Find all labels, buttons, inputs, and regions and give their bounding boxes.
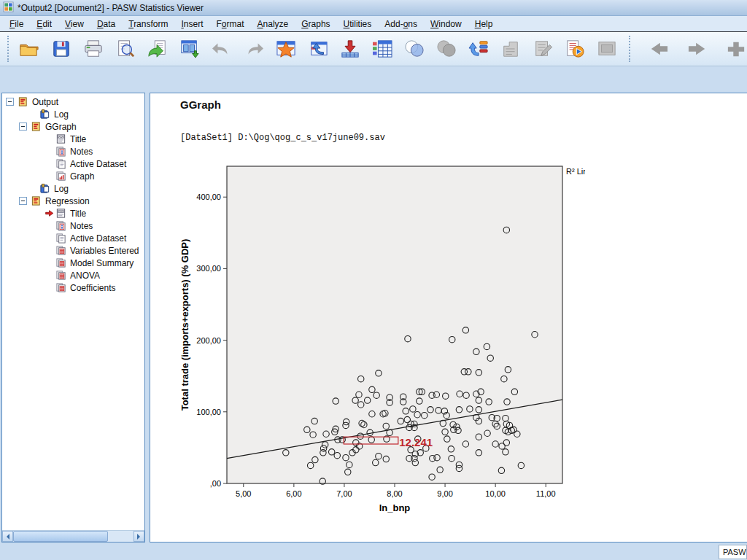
tree-item-coefficients[interactable]: Coefficients [2,281,144,294]
toolbar [0,32,747,66]
select-cases-icon [403,39,425,58]
toolbar-use-variable-sets-button[interactable] [337,35,363,63]
menu-utilities[interactable]: Utilities [337,17,379,31]
menu-window[interactable]: Window [424,17,468,31]
table-icon [55,282,67,293]
window-titlebar: *Output2 [Document2] - PASW Statistics V… [0,0,747,16]
tree-collapse-expander[interactable] [19,122,27,131]
menu-transform[interactable]: Transform [122,17,174,31]
scatter-chart[interactable]: 5,006,007,008,009,0010,0011,00,00100,002… [177,161,585,520]
menu-add-ons[interactable]: Add-ons [378,17,424,31]
outline-hscrollbar[interactable] [2,530,144,542]
tree-item-regression[interactable]: Regression [2,195,144,207]
menu-view[interactable]: View [58,17,90,31]
toolbar-goto-variable-button[interactable] [305,35,331,63]
tree-item-anova[interactable]: ANOVA [2,269,144,281]
toolbar-designate-window-button[interactable] [177,35,203,63]
menu-graphs[interactable]: Graphs [295,17,336,31]
tree-item-title[interactable]: Title [2,207,144,219]
x-tick-label: 6,00 [286,489,301,498]
current-item-arrow-icon [44,209,55,218]
scroll-right-button[interactable] [133,531,144,542]
scroll-thumb[interactable] [13,531,108,542]
menu-help[interactable]: Help [468,17,500,31]
tree-item-label: Title [70,134,86,144]
output-icon [31,121,42,132]
dataset-icon [55,158,67,169]
tree-item-output[interactable]: Output [2,96,144,108]
tree-item-variables-entered[interactable]: Variables Entered [2,244,144,257]
y-tick-label: 300,00 [196,264,221,273]
menu-file[interactable]: File [3,17,30,31]
table-icon [55,270,67,281]
print-icon [82,39,104,58]
outline-tree: OutputLogGGraphTitleNotesActive DatasetG… [2,96,144,294]
output-icon [18,96,29,107]
toolbar-recall-dialogs-button[interactable] [144,35,171,63]
output-icon [31,195,42,206]
tree-item-model-summary[interactable]: Model Summary [2,257,144,269]
tree-item-label: Variables Entered [70,246,139,256]
save-file-icon [50,39,72,58]
undo-icon [211,39,233,58]
tree-collapse-expander[interactable] [6,98,14,106]
goto-variable-icon [307,39,329,58]
tree-item-title[interactable]: Title [2,133,144,145]
toolbar-undo-button [209,35,235,63]
tree-item-graph[interactable]: Graph [2,170,144,182]
toolbar-run-script-button[interactable] [562,35,588,63]
tree-item-label: ANOVA [70,271,100,281]
menu-format[interactable]: Format [210,17,251,31]
left-arrow-icon [4,534,9,540]
use-variable-sets-icon [339,39,361,58]
scroll-left-button[interactable] [2,531,13,542]
tree-item-ggraph[interactable]: GGraph [2,120,144,133]
y-tick-label: 400,00 [196,192,221,201]
tree-item-notes[interactable]: Notes [2,219,144,232]
toolbar-grip[interactable] [7,36,9,62]
tree-item-log[interactable]: Log [2,182,144,195]
y-tick-label: ,00 [210,479,221,488]
tree-item-log[interactable]: Log [2,108,144,120]
split-file-icon [436,39,457,58]
log-icon [39,183,51,194]
plot-area [227,166,562,483]
tree-item-label: Log [54,184,69,194]
scroll-track[interactable] [108,531,133,542]
toolbar-nav-forward-button [684,35,711,63]
tree-item-notes[interactable]: Notes [2,145,144,158]
menu-data[interactable]: Data [90,17,122,31]
toolbar-print-preview-button[interactable] [112,35,139,63]
toolbar-nav-back-button [646,35,672,63]
y-axis-title: Total trade (imports+exports) (% GDP) [179,239,190,411]
x-tick-label: 9,00 [437,489,452,498]
insert-heading-icon [725,39,747,58]
tree-item-active-dataset[interactable]: Active Dataset [2,158,144,170]
toolbar-edit-output-button [530,35,556,63]
notes-icon [55,220,67,231]
x-axis-title: ln_bnp [379,502,411,513]
toolbar-find-button[interactable] [465,35,492,63]
title-icon [55,208,67,219]
toolbar-save-file-button[interactable] [48,35,74,63]
tree-item-active-dataset[interactable]: Active Dataset [2,232,144,244]
tree-collapse-expander[interactable] [19,197,27,205]
toolbar-redo-button [241,35,267,63]
x-tick-label: 5,00 [236,489,251,498]
toolbar-open-file-button[interactable] [16,35,42,63]
tree-item-label: Coefficients [70,283,115,293]
output-heading: GGraph [180,98,221,111]
status-bar-text: PASW [719,545,747,559]
toolbar-insert-cases-button [498,35,524,63]
menu-edit[interactable]: Edit [30,17,58,31]
dataset-icon [55,233,67,244]
tree-item-label: Output [32,97,58,107]
y-tick-label: 100,00 [196,408,221,416]
tree-item-label: Model Summary [70,258,133,268]
toolbar-show-variables-button[interactable] [369,35,395,63]
toolbar-print-button[interactable] [80,35,107,63]
toolbar-select-cases-button[interactable] [401,35,427,63]
menu-analyze[interactable]: Analyze [251,17,295,31]
menu-insert[interactable]: Insert [174,17,209,31]
toolbar-goto-case-button[interactable] [273,35,299,63]
